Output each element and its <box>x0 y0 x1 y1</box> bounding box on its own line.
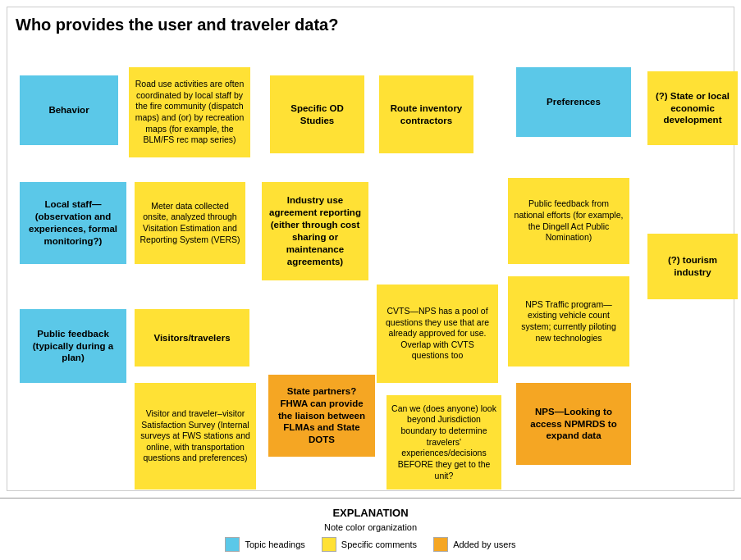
legend-items: Topic headingsSpecific commentsAdded by … <box>225 537 515 552</box>
card-behavior: Behavior <box>20 75 118 145</box>
legend-swatch <box>433 537 448 552</box>
card-preferences: Preferences <box>516 67 631 137</box>
legend-swatch <box>225 537 240 552</box>
card-cvts-nps: CVTS—NPS has a pool of questions they us… <box>377 285 498 383</box>
page-title: Who provides the user and traveler data? <box>16 16 725 34</box>
legend-label: Specific comments <box>341 540 417 549</box>
card-nps-traffic: NPS Traffic program—existing vehicle cou… <box>508 276 629 367</box>
legend-area: EXPLANATION Note color organization Topi… <box>0 498 741 560</box>
card-can-we-look-beyond: Can we (does anyone) look beyond Jurisdi… <box>387 395 501 489</box>
card-local-staff: Local staff—(observation and experiences… <box>20 182 126 264</box>
legend-subtitle: Note color organization <box>324 522 417 532</box>
card-meter-data: Meter data collected onsite, analyzed th… <box>135 182 245 264</box>
legend-title: EXPLANATION <box>332 507 408 519</box>
card-road-use: Road use activities are often coordinate… <box>129 67 250 157</box>
card-visitors-travelers: Visitors/travelers <box>135 309 249 367</box>
legend-label: Added by users <box>453 540 515 549</box>
legend-swatch <box>322 537 336 552</box>
card-visitor-survey: Visitor and traveler–visitor Satisfactio… <box>135 383 256 489</box>
card-tourism-industry: (?) tourism industry <box>647 234 738 299</box>
legend-label: Topic headings <box>245 540 304 549</box>
card-route-inventory: Route inventory contractors <box>379 75 473 153</box>
legend-item: Topic headings <box>225 537 304 552</box>
legend-item: Specific comments <box>322 537 417 552</box>
card-specific-od: Specific OD Studies <box>270 75 364 153</box>
card-public-feedback-national: Public feedback from national efforts (f… <box>508 178 629 264</box>
card-public-feedback: Public feedback (typically during a plan… <box>20 309 126 383</box>
diagram-area: Who provides the user and traveler data?… <box>7 7 734 491</box>
card-state-economic: (?) State or local economic development <box>647 71 738 145</box>
card-nps-looking: NPS—Looking to access NPMRDS to expand d… <box>516 383 631 465</box>
main-container: Who provides the user and traveler data?… <box>0 0 741 560</box>
card-state-partners: State partners? FHWA can provide the lia… <box>268 375 375 457</box>
card-industry-use: Industry use agreement reporting (either… <box>262 182 368 280</box>
legend-item: Added by users <box>433 537 515 552</box>
